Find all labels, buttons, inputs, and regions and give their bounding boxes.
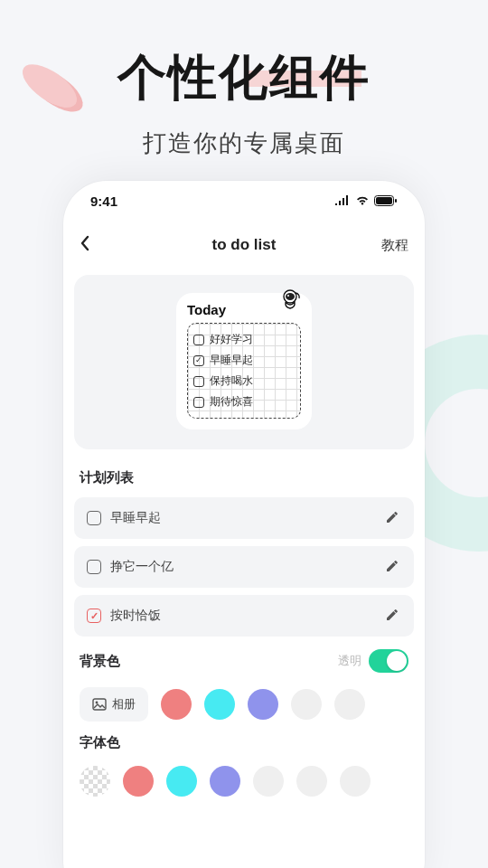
plan-row-label: 早睡早起 bbox=[110, 510, 376, 526]
edit-icon[interactable] bbox=[385, 559, 401, 575]
color-swatch[interactable] bbox=[248, 689, 278, 720]
checkbox-icon[interactable] bbox=[87, 560, 101, 574]
status-time: 9:41 bbox=[90, 193, 117, 209]
astronaut-icon bbox=[277, 288, 305, 318]
color-swatch[interactable] bbox=[204, 689, 235, 720]
back-button[interactable] bbox=[80, 233, 116, 257]
hero-subtitle: 打造你的专属桌面 bbox=[0, 127, 488, 159]
checkbox-checked-icon bbox=[193, 355, 204, 366]
svg-point-7 bbox=[96, 702, 99, 704]
bg-color-label: 背景色 bbox=[80, 653, 120, 670]
color-swatch[interactable] bbox=[123, 766, 154, 797]
plan-row[interactable]: 按时恰饭 bbox=[74, 595, 414, 637]
todo-widget: Today 好好学习 早睡早起 保持喝水 期待惊喜 bbox=[176, 293, 312, 429]
plan-row[interactable]: 早睡早起 bbox=[74, 497, 414, 539]
phone-frame: 9:41 to do list 教程 Today bbox=[63, 181, 425, 868]
album-button[interactable]: 相册 bbox=[80, 687, 148, 722]
hero: 个性化组件 打造你的专属桌面 bbox=[0, 0, 488, 159]
hero-title: 个性化组件 bbox=[117, 45, 371, 111]
font-color-section: 字体色 bbox=[63, 722, 425, 797]
checkbox-icon bbox=[193, 376, 204, 387]
checkbox-icon bbox=[193, 335, 204, 345]
edit-icon[interactable] bbox=[385, 510, 401, 526]
svg-rect-1 bbox=[376, 197, 392, 204]
color-swatch[interactable] bbox=[161, 689, 192, 720]
widget-item: 期待惊喜 bbox=[192, 392, 296, 412]
color-swatch[interactable] bbox=[340, 766, 371, 797]
navbar: to do list 教程 bbox=[63, 221, 425, 269]
bg-color-section: 背景色 透明 相册 bbox=[63, 637, 425, 722]
color-swatch[interactable] bbox=[210, 766, 240, 797]
signal-icon bbox=[334, 195, 351, 206]
battery-icon bbox=[374, 195, 398, 206]
chevron-left-icon bbox=[80, 235, 90, 251]
plan-list: 早睡早起 挣它一个亿 按时恰饭 bbox=[63, 497, 425, 637]
color-swatch[interactable] bbox=[166, 766, 197, 797]
album-label: 相册 bbox=[112, 696, 136, 712]
plan-list-label: 计划列表 bbox=[63, 455, 425, 497]
color-swatch-transparent[interactable] bbox=[80, 766, 110, 797]
transparent-label: 透明 bbox=[338, 653, 361, 669]
svg-point-5 bbox=[287, 295, 289, 297]
font-color-label: 字体色 bbox=[80, 734, 120, 751]
transparent-toggle[interactable] bbox=[369, 649, 408, 673]
svg-point-4 bbox=[286, 293, 295, 300]
widget-item: 保持喝水 bbox=[192, 371, 296, 392]
status-bar: 9:41 bbox=[63, 181, 425, 221]
plan-row-label: 挣它一个亿 bbox=[110, 559, 376, 575]
checkbox-icon bbox=[193, 397, 204, 408]
widget-item: 好好学习 bbox=[192, 329, 296, 350]
edit-icon[interactable] bbox=[385, 608, 401, 624]
widget-grid: 好好学习 早睡早起 保持喝水 期待惊喜 bbox=[187, 323, 301, 419]
image-icon bbox=[92, 698, 107, 711]
color-swatch[interactable] bbox=[253, 766, 284, 797]
plan-row-label: 按时恰饭 bbox=[110, 608, 376, 624]
svg-rect-6 bbox=[93, 699, 106, 710]
color-swatch[interactable] bbox=[291, 689, 322, 720]
widget-item: 早睡早起 bbox=[192, 350, 296, 371]
checkbox-icon[interactable] bbox=[87, 511, 101, 525]
svg-rect-2 bbox=[395, 199, 397, 203]
nav-tutorial-button[interactable]: 教程 bbox=[372, 237, 408, 254]
plan-row[interactable]: 挣它一个亿 bbox=[74, 546, 414, 588]
color-swatch[interactable] bbox=[296, 766, 327, 797]
color-swatch[interactable] bbox=[334, 689, 365, 720]
wifi-icon bbox=[355, 195, 370, 206]
widget-preview-panel: Today 好好学习 早睡早起 保持喝水 期待惊喜 bbox=[74, 275, 414, 449]
nav-title: to do list bbox=[116, 236, 372, 254]
checkbox-checked-icon[interactable] bbox=[87, 609, 101, 623]
